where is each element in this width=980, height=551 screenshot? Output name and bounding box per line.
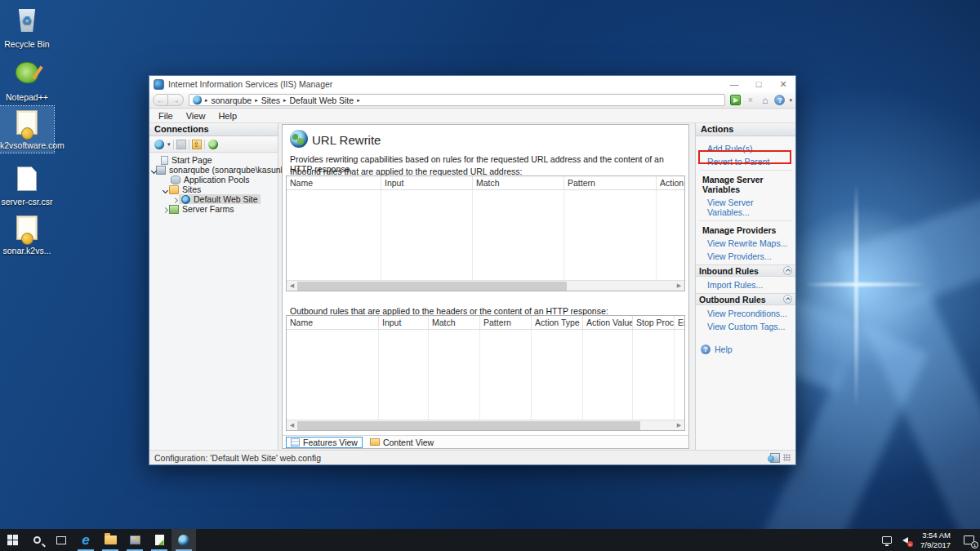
- action-center-button[interactable]: 1: [957, 529, 980, 551]
- outbound-table-body: [287, 330, 684, 420]
- breadcrumb-site[interactable]: Default Web Site: [290, 96, 354, 105]
- start-page-icon: [161, 156, 168, 165]
- outbound-rules-table[interactable]: Name Input Match Pattern Action Type Act…: [286, 315, 685, 431]
- column-header[interactable]: Action Type: [532, 316, 583, 329]
- menu-help[interactable]: Help: [212, 110, 243, 122]
- breadcrumb-sites[interactable]: Sites: [261, 96, 280, 105]
- tree-item-start-page[interactable]: Start Page: [149, 155, 278, 165]
- column-header[interactable]: Match: [473, 176, 564, 189]
- scrollbar-thumb[interactable]: [297, 282, 567, 291]
- column-header[interactable]: Action Typ: [657, 176, 684, 189]
- start-button[interactable]: [0, 529, 24, 551]
- help-icon[interactable]: ?: [774, 95, 785, 105]
- home-icon[interactable]: ⌂: [760, 95, 770, 105]
- taskbar-file-explorer[interactable]: [98, 529, 122, 551]
- action-add-rules[interactable]: Add Rule(s)...: [696, 140, 795, 155]
- tree-item-default-web-site[interactable]: Default Web Site: [149, 194, 278, 204]
- tree-item-server-farms[interactable]: Server Farms: [149, 204, 278, 214]
- help-dropdown-icon[interactable]: ▾: [789, 97, 792, 104]
- forward-button[interactable]: →: [168, 94, 184, 106]
- taskbar-server-manager[interactable]: [122, 529, 147, 551]
- tree-item-application-pools[interactable]: Application Pools: [149, 175, 278, 184]
- column-header[interactable]: Name: [287, 316, 379, 329]
- tree-item-label: Default Web Site: [194, 194, 258, 204]
- address-bar: ← → ▸ sonarqube ▸ Sites ▸ Default Web Si…: [149, 92, 795, 109]
- column-header[interactable]: Name: [287, 176, 381, 189]
- action-view-preconditions[interactable]: View Preconditions...: [696, 307, 795, 320]
- column-header[interactable]: Input: [379, 316, 429, 329]
- action-revert-to-parent[interactable]: Revert to Parent: [696, 155, 795, 168]
- taskbar-iis-manager[interactable]: [172, 529, 196, 551]
- tree-item-label: Sites: [182, 184, 201, 194]
- expander-icon[interactable]: [172, 194, 179, 204]
- section-inbound-rules[interactable]: Inbound Rules: [696, 264, 795, 277]
- desktop-icon-notepadpp[interactable]: Notepad++: [0, 59, 54, 102]
- actions-divider: [699, 170, 792, 171]
- tab-content-view[interactable]: Content View: [366, 437, 438, 448]
- action-view-rewrite-maps[interactable]: View Rewrite Maps...: [696, 237, 795, 250]
- action-view-server-variables[interactable]: View Server Variables...: [696, 196, 795, 219]
- connections-tree: Start Page sonarqube (sonarqube\kasunk) …: [149, 153, 278, 214]
- up-level-icon[interactable]: ⇧: [192, 140, 202, 149]
- column-header[interactable]: Match: [429, 316, 480, 329]
- column-header[interactable]: Action Value: [583, 316, 633, 329]
- breadcrumb-server[interactable]: sonarqube: [212, 96, 252, 105]
- task-view-button[interactable]: [49, 529, 74, 551]
- section-outbound-rules[interactable]: Outbound Rules: [696, 293, 795, 305]
- action-view-providers[interactable]: View Providers...: [696, 250, 795, 263]
- volume-muted-tray-icon[interactable]: ×: [896, 529, 914, 551]
- desktop-icon-server-csr[interactable]: server-csr.csr: [0, 165, 54, 207]
- collapse-chevron-icon[interactable]: [783, 266, 792, 275]
- desktop-icon-sonar-cert[interactable]: sonar.k2vs...: [0, 214, 54, 256]
- action-help[interactable]: ? Help: [696, 344, 795, 354]
- column-header[interactable]: Ent: [675, 316, 684, 329]
- network-tray-icon[interactable]: [878, 529, 896, 551]
- breadcrumb[interactable]: ▸ sonarqube ▸ Sites ▸ Default Web Site ▸: [189, 94, 725, 106]
- column-header[interactable]: Stop Proce...: [633, 316, 675, 329]
- column-header[interactable]: Pattern: [480, 316, 532, 329]
- server-manager-icon: [130, 535, 140, 544]
- collapse-chevron-icon[interactable]: [783, 295, 792, 304]
- save-connection-icon[interactable]: [176, 140, 186, 149]
- certificate-icon: [13, 216, 41, 243]
- horizontal-scrollbar[interactable]: ◀ ▶: [287, 420, 684, 430]
- column-header[interactable]: Input: [381, 176, 473, 189]
- restart-icon[interactable]: ▶: [730, 95, 741, 105]
- scroll-right-icon[interactable]: ▶: [674, 422, 684, 429]
- expander-icon[interactable]: [162, 184, 169, 194]
- scroll-left-icon[interactable]: ◀: [287, 422, 297, 429]
- column-header[interactable]: Pattern: [564, 176, 657, 189]
- tree-item-sites[interactable]: Sites: [149, 184, 278, 194]
- scrollbar-thumb[interactable]: [297, 421, 640, 430]
- taskbar-notepadpp[interactable]: [147, 529, 172, 551]
- configuration-icon: [770, 453, 780, 463]
- create-connection-icon[interactable]: [154, 139, 165, 150]
- back-button[interactable]: ←: [153, 94, 168, 106]
- action-manage-providers: Manage Providers: [696, 223, 795, 237]
- search-button[interactable]: [24, 529, 49, 551]
- maximize-button[interactable]: □: [746, 76, 771, 92]
- inbound-rules-table[interactable]: Name Input Match Pattern Action Typ ◀ ▶: [286, 176, 685, 291]
- action-import-rules[interactable]: Import Rules...: [696, 278, 795, 291]
- minimize-button[interactable]: —: [722, 76, 746, 92]
- connection-dropdown-icon[interactable]: ▾: [167, 141, 171, 148]
- tree-item-label: Application Pools: [184, 175, 250, 184]
- resize-grip[interactable]: [783, 454, 791, 461]
- taskbar-clock[interactable]: 3:54 AM 7/9/2017: [914, 531, 957, 550]
- scroll-left-icon[interactable]: ◀: [287, 282, 297, 289]
- close-button[interactable]: ✕: [771, 76, 795, 92]
- expander-icon[interactable]: [162, 204, 169, 214]
- menu-view[interactable]: View: [180, 110, 212, 122]
- menu-file[interactable]: File: [153, 110, 179, 122]
- tab-features-view[interactable]: Features View: [286, 437, 363, 448]
- desktop-icon-recycle-bin[interactable]: ♻ Recycle Bin: [0, 7, 54, 49]
- internet-explorer-icon: e: [82, 533, 89, 547]
- refresh-icon[interactable]: [207, 139, 219, 150]
- tree-item-server[interactable]: sonarqube (sonarqube\kasunk): [149, 165, 278, 175]
- action-view-custom-tags[interactable]: View Custom Tags...: [696, 320, 795, 333]
- scroll-right-icon[interactable]: ▶: [674, 282, 684, 289]
- title-bar[interactable]: Internet Information Services (IIS) Mana…: [149, 76, 795, 92]
- taskbar-internet-explorer[interactable]: e: [74, 529, 98, 551]
- horizontal-scrollbar[interactable]: ◀ ▶: [287, 280, 684, 291]
- desktop-icon-k2vsoftware[interactable]: k2vsoftware.com: [0, 106, 54, 153]
